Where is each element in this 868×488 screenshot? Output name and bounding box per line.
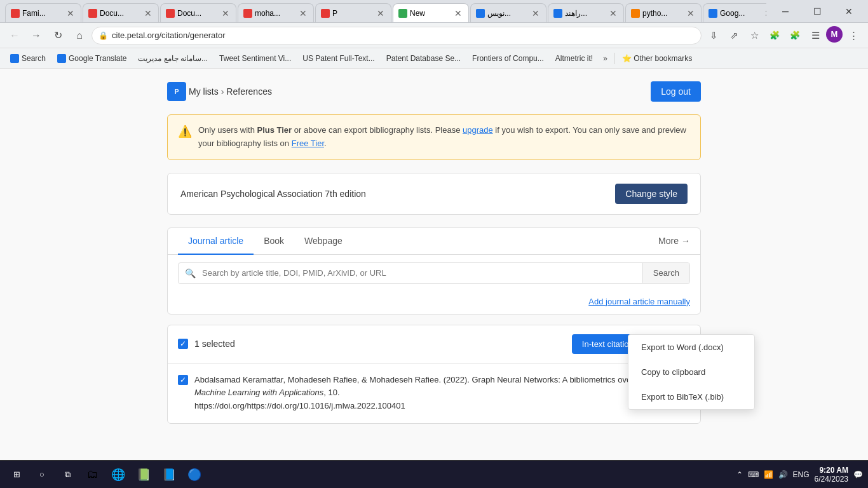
taskbar-browser-button[interactable]: 🔵: [183, 463, 206, 486]
sidebar-icon[interactable]: ☰: [806, 26, 825, 45]
lang-label: ENG: [793, 470, 810, 479]
tab-favicon-10: [709, 9, 717, 18]
address-text: cite.petal.org/citation/generator: [112, 30, 695, 40]
browser-tab-9[interactable]: pytho... ✕: [625, 3, 702, 22]
tab-close-2[interactable]: ✕: [143, 7, 153, 20]
volume-icon: 🔊: [778, 470, 788, 479]
taskbar-file-explorer-button[interactable]: 🗂: [81, 463, 104, 486]
tab-more-button[interactable]: More →: [658, 228, 690, 254]
taskbar-excel-button[interactable]: 📗: [132, 463, 155, 486]
nav-bar: ← → ↻ ⌂ 🔒 cite.petal.org/citation/genera…: [0, 23, 868, 48]
taskbar-word-button[interactable]: 📘: [158, 463, 180, 486]
tab-close-6[interactable]: ✕: [453, 7, 463, 20]
taskbar-task-view-button[interactable]: ⧉: [56, 463, 79, 486]
tab-close-8[interactable]: ✕: [608, 7, 618, 20]
window-restore-button[interactable]: ☐: [803, 0, 831, 23]
bookmark-search[interactable]: Search: [5, 51, 51, 65]
nav-back-button[interactable]: ←: [5, 26, 24, 45]
bookmark-other-label: ⭐ Other bookmarks: [622, 54, 692, 63]
window-controls: – ☐ ✕: [771, 0, 863, 23]
window-close-button[interactable]: ✕: [835, 0, 863, 23]
browser-tab-7[interactable]: نویس... ✕: [470, 3, 546, 22]
tab-close-10[interactable]: ✕: [763, 7, 766, 20]
start-button[interactable]: ⊞: [5, 463, 28, 486]
logout-button[interactable]: Log out: [651, 81, 701, 102]
browser-tab-1[interactable]: Fami... ✕: [5, 3, 81, 22]
browser-tab-5[interactable]: P ✕: [315, 3, 391, 22]
tab-label-8: راهند...: [565, 9, 606, 18]
nav-refresh-button[interactable]: ↻: [48, 26, 67, 45]
show-hidden-icons-button[interactable]: ⌃: [736, 470, 743, 479]
browser-tab-3[interactable]: Docu... ✕: [160, 3, 236, 22]
address-bar[interactable]: 🔒 cite.petal.org/citation/generator: [92, 27, 702, 44]
extensions-puzzle-icon[interactable]: 🧩: [785, 26, 804, 45]
bookmark-star-icon[interactable]: ☆: [745, 26, 764, 45]
citation-checkbox[interactable]: ✓: [178, 375, 188, 385]
export-dropdown-menu: Export to Word (.docx) Copy to clipboard…: [628, 334, 755, 410]
search-button[interactable]: Search: [642, 263, 689, 283]
search-magnifier-icon: 🔍: [179, 263, 202, 283]
upgrade-link[interactable]: upgrade: [463, 125, 493, 135]
bookmark-7[interactable]: Frontiers of Compu...: [467, 51, 549, 65]
export-bibtex-option[interactable]: Export to BibTeX (.bib): [628, 384, 754, 409]
browser-tab-10[interactable]: Goog... ✕: [703, 3, 766, 22]
search-input[interactable]: [202, 263, 642, 283]
tab-journal-article[interactable]: Journal article: [178, 228, 254, 255]
tab-label-9: pytho...: [642, 9, 683, 18]
bookmark-8[interactable]: Altmetric it!: [550, 51, 598, 65]
bookmark-other[interactable]: ⭐ Other bookmarks: [617, 51, 697, 65]
breadcrumb-home[interactable]: My lists: [189, 86, 219, 97]
download-icon[interactable]: ⇩: [704, 26, 723, 45]
style-selector: American Psychological Association 7th e…: [167, 173, 701, 215]
bookmark-4[interactable]: Tweet Sentiment Vi...: [214, 51, 296, 65]
bookmarks-separator: [614, 53, 614, 64]
tab-close-9[interactable]: ✕: [686, 7, 696, 20]
tab-close-3[interactable]: ✕: [220, 7, 231, 20]
citation-authors: Abdalsamad Keramatfar, Mohadeseh Rafiee,…: [194, 375, 652, 384]
browser-tab-2[interactable]: Docu... ✕: [83, 3, 159, 22]
export-word-option[interactable]: Export to Word (.docx): [628, 335, 754, 360]
bookmark-6[interactable]: Patent Database Se...: [381, 51, 466, 65]
warning-text: Only users with Plus Tier or above can e…: [198, 124, 690, 151]
tab-close-4[interactable]: ✕: [298, 7, 308, 20]
tab-close-5[interactable]: ✕: [376, 7, 386, 20]
results-section: ✓ 1 selected In-text citation Export ▾: [167, 325, 701, 424]
select-all-checkbox[interactable]: ✓: [178, 339, 188, 349]
add-manually-link[interactable]: Add journal article manually: [168, 292, 700, 314]
nav-home-button[interactable]: ⌂: [70, 26, 89, 45]
bookmark-3[interactable]: سامانه جامع مدیریت...: [133, 51, 213, 65]
taskbar-search-button[interactable]: ○: [31, 463, 53, 486]
bookmark-5-label: US Patent Full-Text...: [302, 54, 374, 63]
content-tabs-section: Journal article Book Webpage More → 🔍 Se…: [167, 227, 701, 315]
tab-label-3: Docu...: [177, 9, 218, 18]
tab-favicon-1: [11, 9, 20, 18]
extension-icon[interactable]: 🧩: [765, 26, 784, 45]
bookmarks-more-button[interactable]: »: [599, 51, 611, 65]
browser-tab-4[interactable]: moha... ✕: [238, 3, 314, 22]
free-tier-link[interactable]: Free Tier: [292, 139, 324, 148]
breadcrumb-arrow: ›: [221, 86, 224, 97]
notification-icon[interactable]: 💬: [853, 470, 863, 479]
browser-tab-8[interactable]: راهند... ✕: [548, 3, 624, 22]
browser-tab-6[interactable]: New ✕: [393, 3, 469, 22]
taskbar-edge-button[interactable]: 🌐: [107, 463, 130, 486]
browser-icon: 🔵: [187, 468, 201, 482]
bookmark-5[interactable]: US Patent Full-Text...: [297, 51, 379, 65]
citation-volume: , 10.: [323, 388, 339, 397]
tab-close-1[interactable]: ✕: [65, 7, 76, 20]
tab-book[interactable]: Book: [254, 228, 294, 255]
copy-to-clipboard-option[interactable]: Copy to clipboard: [628, 360, 754, 384]
change-style-button[interactable]: Change style: [615, 184, 688, 204]
network-icon: 📶: [764, 470, 773, 479]
bookmark-4-label: Tweet Sentiment Vi...: [219, 54, 291, 63]
tab-close-7[interactable]: ✕: [531, 7, 541, 20]
more-options-icon[interactable]: ⋮: [844, 26, 863, 45]
tab-webpage[interactable]: Webpage: [294, 228, 353, 255]
window-minimize-button[interactable]: –: [771, 0, 799, 23]
bookmark-translate[interactable]: Google Translate: [52, 51, 132, 65]
tab-label-7: نویس...: [487, 9, 528, 18]
share-icon[interactable]: ⇗: [724, 26, 743, 45]
taskbar-search-icon: ○: [39, 470, 44, 479]
profile-avatar[interactable]: M: [826, 26, 843, 43]
nav-forward-button[interactable]: →: [27, 26, 46, 45]
